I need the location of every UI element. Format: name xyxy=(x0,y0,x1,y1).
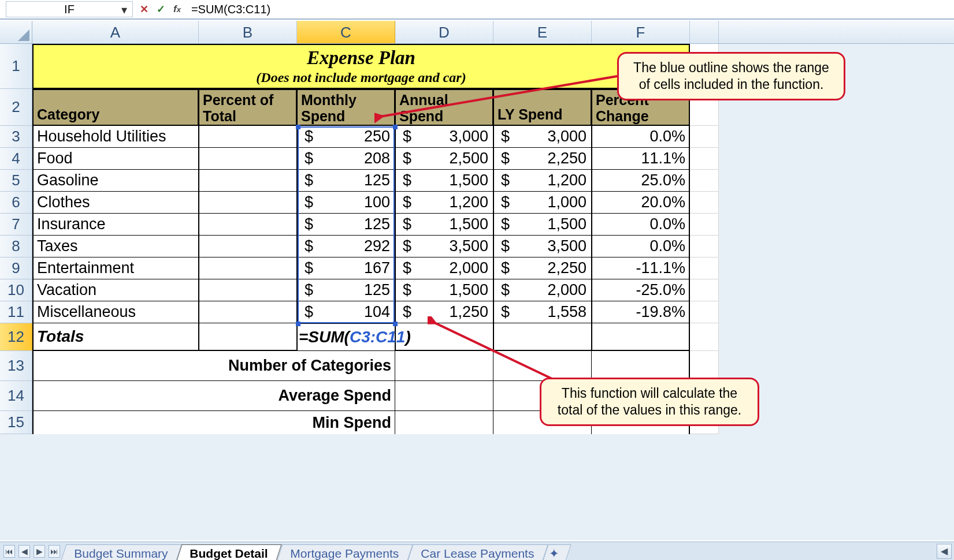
cell-d14[interactable] xyxy=(395,381,493,411)
cell-annual[interactable]: $1,500 xyxy=(395,214,493,236)
cell-monthly[interactable]: $104 xyxy=(297,301,395,323)
cell-ly[interactable]: $3,000 xyxy=(493,126,592,148)
cell-e13[interactable] xyxy=(493,351,592,381)
row-header-1[interactable]: 1 xyxy=(0,44,32,89)
cell-g3[interactable] xyxy=(690,126,719,148)
th-ly[interactable]: LY Spend xyxy=(493,89,592,126)
cell-g13[interactable] xyxy=(690,351,719,381)
sheet-tab-budget-detail[interactable]: Budget Detail xyxy=(177,544,282,561)
cell-ly[interactable]: $2,000 xyxy=(493,279,592,301)
row-header-5[interactable]: 5 xyxy=(0,170,32,192)
range-handle-bl[interactable] xyxy=(296,322,300,326)
row-header-11[interactable]: 11 xyxy=(0,301,32,323)
cell-annual[interactable]: $1,500 xyxy=(395,279,493,301)
sheet-tab-car-lease-payments[interactable]: Car Lease Payments xyxy=(407,544,548,561)
col-header-b[interactable]: B xyxy=(199,21,297,43)
cell-category[interactable]: Entertainment xyxy=(32,257,199,279)
col-header-f[interactable]: F xyxy=(592,21,690,43)
sheet-tab-mortgage-payments[interactable]: Mortgage Payments xyxy=(277,544,413,561)
col-header-a[interactable]: A xyxy=(32,21,199,43)
cell-monthly[interactable]: $208 xyxy=(297,148,395,170)
cell-pct-change[interactable]: 11.1% xyxy=(592,148,690,170)
cell-category[interactable]: Clothes xyxy=(32,192,199,214)
cell-pct-total[interactable] xyxy=(199,148,297,170)
summary-label-13[interactable]: Number of Categories xyxy=(32,351,395,381)
cell-d13[interactable] xyxy=(395,351,493,381)
cell-pct-total[interactable] xyxy=(199,192,297,214)
cell-category[interactable]: Insurance xyxy=(32,214,199,236)
cell-annual[interactable]: $2,000 xyxy=(395,257,493,279)
row-header-6[interactable]: 6 xyxy=(0,192,32,214)
cell-b12[interactable] xyxy=(199,323,297,351)
cell-pct-change[interactable]: 0.0% xyxy=(592,214,690,236)
row-header-8[interactable]: 8 xyxy=(0,236,32,257)
cell-d15[interactable] xyxy=(395,411,493,434)
cell-ly[interactable]: $1,558 xyxy=(493,301,592,323)
row-header-7[interactable]: 7 xyxy=(0,214,32,236)
cell-f12[interactable] xyxy=(592,323,690,351)
enter-icon[interactable]: ✓ xyxy=(157,3,165,16)
col-header-c[interactable]: C xyxy=(297,21,395,43)
cell-annual[interactable]: $1,200 xyxy=(395,192,493,214)
th-monthly[interactable]: Monthly Spend xyxy=(297,89,395,126)
cell-e12[interactable] xyxy=(493,323,592,351)
row-header-4[interactable]: 4 xyxy=(0,148,32,170)
cell-pct-total[interactable] xyxy=(199,236,297,257)
cell-pct-total[interactable] xyxy=(199,126,297,148)
range-handle-tr[interactable] xyxy=(393,125,398,129)
cell-category[interactable]: Vacation xyxy=(32,279,199,301)
cell-pct-total[interactable] xyxy=(199,301,297,323)
formula-input[interactable]: =SUM(C3:C11) xyxy=(188,2,954,17)
cell-pct-total[interactable] xyxy=(199,257,297,279)
cell-ly[interactable]: $2,250 xyxy=(493,257,592,279)
cell-annual[interactable]: $3,000 xyxy=(395,126,493,148)
cell-f13[interactable] xyxy=(592,351,690,381)
new-sheet-tab[interactable]: ✦ xyxy=(543,544,571,561)
cell-category[interactable]: Household Utilities xyxy=(32,126,199,148)
summary-label-15[interactable]: Min Spend xyxy=(32,411,395,434)
cell-g11[interactable] xyxy=(690,301,719,323)
th-category[interactable]: Category xyxy=(32,89,199,126)
cell-g6[interactable] xyxy=(690,192,719,214)
fx-icon[interactable]: fx xyxy=(173,3,181,15)
cell-annual[interactable]: $1,250 xyxy=(395,301,493,323)
cell-monthly[interactable]: $167 xyxy=(297,257,395,279)
cell-monthly[interactable]: $125 xyxy=(297,214,395,236)
cell-annual[interactable]: $1,500 xyxy=(395,170,493,192)
range-handle-tl[interactable] xyxy=(296,125,300,129)
row-header-15[interactable]: 15 xyxy=(0,411,32,434)
tab-nav-last-icon[interactable]: ⏭ xyxy=(49,545,60,558)
cell-category[interactable]: Food xyxy=(32,148,199,170)
tab-nav-first-icon[interactable]: ⏮ xyxy=(3,545,15,558)
cell-monthly[interactable]: $250 xyxy=(297,126,395,148)
cell-pct-total[interactable] xyxy=(199,170,297,192)
col-header-e[interactable]: E xyxy=(493,21,592,43)
cell-pct-change[interactable]: -25.0% xyxy=(592,279,690,301)
select-all-corner[interactable] xyxy=(0,21,32,43)
row-header-12[interactable]: 12 xyxy=(0,323,32,351)
cell-category[interactable]: Miscellaneous xyxy=(32,301,199,323)
hscroll-left-icon[interactable]: ◀ xyxy=(937,544,952,559)
cell-pct-change[interactable]: 25.0% xyxy=(592,170,690,192)
sheet-tab-budget-summary[interactable]: Budget Summary xyxy=(61,544,181,561)
name-box-dropdown-icon[interactable]: ▾ xyxy=(118,3,130,15)
th-annual[interactable]: Annual Spend xyxy=(395,89,493,126)
range-handle-br[interactable] xyxy=(393,322,398,326)
cell-category[interactable]: Taxes xyxy=(32,236,199,257)
th-percent-total[interactable]: Percent of Total xyxy=(199,89,297,126)
cell-ly[interactable]: $1,200 xyxy=(493,170,592,192)
cell-annual[interactable]: $2,500 xyxy=(395,148,493,170)
cancel-icon[interactable]: ✕ xyxy=(140,3,149,16)
title-cell[interactable]: Expense Plan (Does not include mortgage … xyxy=(32,44,690,89)
cell-ly[interactable]: $1,500 xyxy=(493,214,592,236)
cell-g9[interactable] xyxy=(690,257,719,279)
cell-pct-change[interactable]: 20.0% xyxy=(592,192,690,214)
cell-monthly[interactable]: $292 xyxy=(297,236,395,257)
tab-nav-prev-icon[interactable]: ◀ xyxy=(18,545,30,558)
cell-pct-total[interactable] xyxy=(199,214,297,236)
cell-monthly[interactable]: $125 xyxy=(297,170,395,192)
row-header-10[interactable]: 10 xyxy=(0,279,32,301)
cell-ly[interactable]: $3,500 xyxy=(493,236,592,257)
cell-g5[interactable] xyxy=(690,170,719,192)
cell-pct-change[interactable]: 0.0% xyxy=(592,236,690,257)
